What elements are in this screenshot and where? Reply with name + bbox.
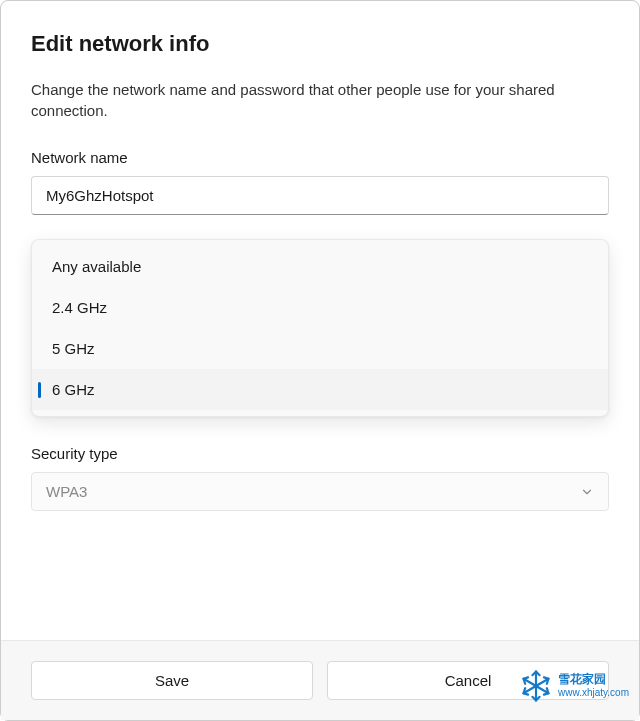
band-option-24ghz[interactable]: 2.4 GHz xyxy=(32,287,608,328)
band-option-6ghz[interactable]: 6 GHz xyxy=(32,369,608,410)
dialog-description: Change the network name and password tha… xyxy=(31,79,609,121)
security-type-select[interactable]: WPA3 xyxy=(31,472,609,511)
network-name-label: Network name xyxy=(31,149,609,166)
network-name-input[interactable] xyxy=(31,176,609,215)
cancel-button[interactable]: Cancel xyxy=(327,661,609,700)
band-option-any[interactable]: Any available xyxy=(32,246,608,287)
edit-network-dialog: Edit network info Change the network nam… xyxy=(0,0,640,721)
dialog-footer: Save Cancel xyxy=(1,640,639,720)
security-type-value: WPA3 xyxy=(46,483,87,500)
security-type-select-wrapper: WPA3 xyxy=(31,472,609,511)
band-option-5ghz[interactable]: 5 GHz xyxy=(32,328,608,369)
security-type-label: Security type xyxy=(31,445,609,462)
band-dropdown-list: Any available 2.4 GHz 5 GHz 6 GHz xyxy=(31,239,609,417)
dialog-content: Edit network info Change the network nam… xyxy=(1,1,639,640)
dialog-title: Edit network info xyxy=(31,31,609,57)
chevron-down-icon xyxy=(580,485,594,499)
save-button[interactable]: Save xyxy=(31,661,313,700)
